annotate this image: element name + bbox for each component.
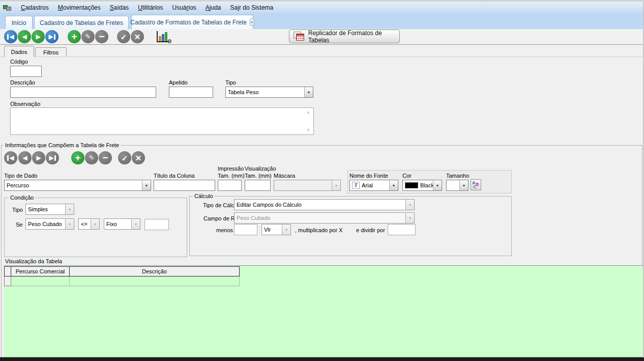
- chart-settings-button[interactable]: ⚙: [156, 30, 172, 44]
- condicao-campo-select[interactable]: Peso Cubado ▼: [25, 218, 74, 230]
- condicao-valor-tipo-select[interactable]: Fixo ▼: [104, 218, 140, 230]
- visualizacao-label: Visualização: [245, 165, 276, 172]
- tab-cadastro-formatos-tabelas[interactable]: Cadastro de Formatos de Tabelas de Frete…: [131, 15, 253, 29]
- font-dialog-button[interactable]: A B C: [471, 179, 481, 190]
- observacao-textarea[interactable]: [10, 107, 314, 135]
- cor-label: Cor: [402, 173, 412, 179]
- titulo-da-coluna-label: Título da Coluna: [154, 173, 195, 179]
- descricao-input[interactable]: [10, 87, 156, 98]
- menu-sair-do-sistema[interactable]: Sair do Sistema: [230, 4, 274, 11]
- condicao-tipo-label: Tipo: [12, 207, 23, 213]
- menu-saidas[interactable]: Saídas: [110, 4, 129, 11]
- cor-select[interactable]: Black ▼: [402, 180, 442, 191]
- menu-bar: Cadastros Movimentações Saídas Utilitári…: [0, 2, 644, 13]
- menu-cadastros[interactable]: Cadastros: [21, 4, 49, 11]
- condicao-tipo-select[interactable]: Simples ▼: [25, 204, 74, 215]
- detail-edit-button[interactable]: ✎: [85, 151, 98, 164]
- nav-last-button[interactable]: ▶: [45, 30, 58, 43]
- dividir-input[interactable]: [388, 224, 416, 235]
- replicator-button[interactable]: Replicador de Formatos de Tabelas: [289, 30, 400, 43]
- gear-icon: ⚙: [167, 38, 172, 45]
- detail-confirm-button[interactable]: ✓: [118, 151, 131, 164]
- pencil-icon: ✎: [89, 155, 94, 161]
- detail-nav-next-button[interactable]: ▶: [32, 151, 45, 164]
- chevron-down-icon: ▼: [405, 213, 414, 223]
- condicao-valor-input[interactable]: [144, 219, 169, 230]
- tamanho-select[interactable]: ▼: [446, 180, 469, 191]
- x-icon: ✕: [134, 33, 141, 41]
- nav-first-button[interactable]: ◀: [4, 30, 17, 43]
- visualizacao-da-tabela-label: Visualização da Tabela: [5, 258, 62, 264]
- nav-prev-button[interactable]: ◀: [18, 30, 31, 43]
- grid-cell-descricao[interactable]: [70, 276, 240, 286]
- tab-cadastro-tabelas-fretes[interactable]: Cadastro de Tabelas de Fretes: [34, 16, 129, 29]
- detail-nav-prev-button[interactable]: ◀: [18, 151, 32, 164]
- page-divider: [0, 57, 644, 57]
- grid-header-descricao: Descrição: [69, 266, 240, 276]
- truetype-icon: T: [352, 182, 360, 189]
- apelido-label: Apelido: [169, 79, 188, 86]
- close-icon[interactable]: ✕: [250, 18, 254, 26]
- tamanho-label: Tamanho: [446, 173, 469, 179]
- detail-delete-button[interactable]: −: [99, 151, 112, 164]
- menu-ajuda[interactable]: Ajuda: [206, 4, 221, 11]
- multiplicado-label: , multiplicado por X: [295, 227, 343, 233]
- grid-cell-percurso[interactable]: [11, 276, 70, 286]
- menu-usuarios[interactable]: Usuários: [172, 4, 196, 11]
- apelido-input[interactable]: [169, 87, 213, 98]
- grid-header-percurso: Percurso Comercial: [11, 266, 70, 276]
- tipo-de-dado-select[interactable]: Percurso ▼: [4, 180, 151, 191]
- menu-utilitarios[interactable]: Utilitários: [138, 4, 163, 11]
- detail-cancel-button[interactable]: ✕: [132, 151, 145, 164]
- campo-de-ref-select[interactable]: Peso Cubado ▼: [234, 212, 415, 224]
- document-tabstrip: Início Cadastro de Tabelas de Fretes Cad…: [0, 13, 644, 29]
- chevron-down-icon: ▼: [142, 180, 151, 190]
- add-button[interactable]: +: [68, 30, 81, 43]
- mascara-label: Máscara: [274, 173, 295, 179]
- impressao-tam-label: Tam. (mm): [218, 173, 245, 179]
- scroll-down-icon[interactable]: ▼: [306, 128, 310, 132]
- tab-inicio[interactable]: Início: [5, 16, 33, 29]
- tipo-de-calculo-select[interactable]: Editar Campos do Cálculo ▼: [234, 199, 415, 210]
- fonte-select[interactable]: TArial ▼: [349, 180, 398, 191]
- visualizacao-tam-input[interactable]: [245, 180, 271, 191]
- edit-button[interactable]: ✎: [81, 30, 95, 43]
- chevron-down-icon: ▼: [65, 204, 74, 214]
- x-icon: ✕: [135, 154, 142, 162]
- chevron-down-icon: ▼: [304, 87, 313, 97]
- vlr-select[interactable]: Vlr ▼: [261, 224, 291, 235]
- cancel-button[interactable]: ✕: [131, 30, 144, 43]
- detail-nav-first-button[interactable]: ◀: [4, 151, 17, 164]
- impressao-tam-input[interactable]: [218, 180, 242, 191]
- table-replicator-icon: [294, 32, 304, 41]
- chevron-down-icon: ▼: [433, 180, 442, 190]
- menos-input[interactable]: [234, 224, 257, 235]
- color-swatch: [405, 182, 418, 188]
- tab-filtros[interactable]: Filtros: [35, 47, 67, 57]
- menu-movimentacoes[interactable]: Movimentações: [58, 4, 101, 11]
- grid-row-selector[interactable]: [4, 276, 11, 286]
- chevron-down-icon: ▼: [332, 180, 340, 190]
- tipo-select[interactable]: Tabela Peso ▼: [225, 87, 313, 98]
- delete-button[interactable]: −: [95, 30, 108, 43]
- confirm-button[interactable]: ✓: [117, 30, 130, 43]
- detail-add-button[interactable]: +: [71, 151, 84, 164]
- detail-nav-last-button[interactable]: ▶: [46, 151, 59, 164]
- tab-dados[interactable]: Dados: [4, 46, 34, 57]
- tipo-de-dado-label: Tipo de Dado: [4, 173, 38, 179]
- codigo-input[interactable]: [10, 66, 42, 77]
- observacao-label: Observação: [10, 101, 40, 107]
- scroll-up-icon[interactable]: ▲: [306, 110, 310, 115]
- titulo-da-coluna-input[interactable]: [154, 180, 215, 191]
- nome-do-fonte-label: Nome do Fonte: [349, 173, 388, 179]
- app-window: Cadastros Movimentações Saídas Utilitári…: [0, 0, 644, 361]
- chevron-down-icon: ▼: [389, 180, 398, 190]
- impressao-label: Impressão: [218, 165, 244, 172]
- menos-label: menos: [216, 227, 233, 233]
- mascara-select[interactable]: ▼: [274, 180, 341, 191]
- condicao-operador-select[interactable]: <= ▼: [78, 218, 100, 230]
- nav-next-button[interactable]: ▶: [32, 30, 45, 43]
- preview-grid: Percurso Comercial Descrição: [4, 265, 643, 357]
- check-icon: ✓: [121, 33, 127, 41]
- chevron-down-icon: ▼: [91, 219, 99, 229]
